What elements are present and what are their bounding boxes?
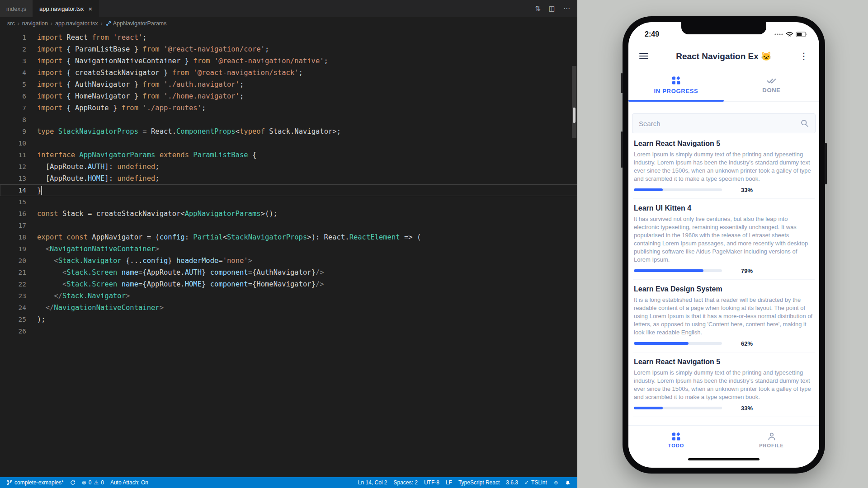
code-line[interactable]: 7import { AppRoute } from './app-routes'… xyxy=(0,102,577,114)
search-icon[interactable] xyxy=(801,119,809,127)
indentation-item[interactable]: Spaces: 2 xyxy=(391,479,421,486)
search-input[interactable] xyxy=(639,120,801,127)
breadcrumb-item[interactable]: src xyxy=(7,20,15,27)
progress-row: 79% xyxy=(634,267,814,274)
top-tab-bar: IN PROGRESS DONE xyxy=(628,69,819,102)
code-line[interactable]: 11interface AppNavigatorParams extends P… xyxy=(0,149,577,161)
status-bar: complete-exmaples* ⊗ 0 ⚠ 0 Auto Attach: … xyxy=(0,477,577,488)
error-icon: ⊗ xyxy=(82,480,86,485)
progress-percentage: 62% xyxy=(741,340,753,347)
more-actions-icon[interactable]: ⋯ xyxy=(563,5,570,13)
code-line[interactable]: 17 xyxy=(0,220,577,231)
person-icon xyxy=(767,432,776,441)
code-line[interactable]: 9type StackNavigatorProps = React.Compon… xyxy=(0,126,577,137)
ts-version-item[interactable]: 3.6.3 xyxy=(503,479,521,486)
nav-item-profile[interactable]: PROFILE xyxy=(724,426,819,454)
code-line[interactable]: 4import { createStackNavigator } from '@… xyxy=(0,67,577,79)
code-line[interactable]: 21 <Stack.Screen name={AppRoute.AUTH} co… xyxy=(0,267,577,278)
auto-attach-item[interactable]: Auto Attach: On xyxy=(107,477,151,488)
scrollbar-thumb[interactable] xyxy=(572,66,576,138)
eol-item[interactable]: LF xyxy=(443,479,455,486)
tab-index-js[interactable]: index.js xyxy=(0,0,33,17)
language-mode-item[interactable]: TypeScript React xyxy=(455,479,503,486)
code-line[interactable]: 14} xyxy=(0,184,577,196)
text-cursor xyxy=(41,186,42,195)
line-number: 12 xyxy=(0,161,26,173)
line-number: 2 xyxy=(0,43,26,55)
todo-list: Learn React Navigation 5Lorem Ipsum is s… xyxy=(628,133,819,425)
code-line[interactable]: 26 xyxy=(0,325,577,337)
code-line[interactable]: 24 </NavigationNativeContainer> xyxy=(0,302,577,314)
encoding-item[interactable]: UTF-8 xyxy=(421,479,443,486)
problems-item[interactable]: ⊗ 0 ⚠ 0 xyxy=(79,477,107,488)
kebab-menu-icon[interactable]: ⋮ xyxy=(797,51,810,61)
phone-mute-switch xyxy=(621,73,623,93)
code-line[interactable]: 3import { NavigationNativeContainer } fr… xyxy=(0,55,577,67)
todo-card[interactable]: Learn React Navigation 5Lorem Ipsum is s… xyxy=(633,352,815,417)
code-line[interactable]: 15 xyxy=(0,196,577,208)
open-changes-icon[interactable]: ⇅ xyxy=(535,5,541,13)
code-line[interactable]: 1import React from 'react'; xyxy=(0,32,577,43)
progress-percentage: 33% xyxy=(741,405,753,412)
code-line[interactable]: 13 [AppRoute.HOME]: undefined; xyxy=(0,173,577,184)
code-line[interactable]: 8 xyxy=(0,114,577,126)
grid-icon xyxy=(672,432,681,441)
todo-card[interactable]: Learn React Navigation 5Lorem Ipsum is s… xyxy=(633,134,815,199)
home-indicator-area xyxy=(628,454,819,468)
tab-in-progress[interactable]: IN PROGRESS xyxy=(628,69,724,101)
home-indicator[interactable] xyxy=(688,458,760,460)
todo-card[interactable]: Learn Eva Design SystemIt is a long esta… xyxy=(633,280,815,352)
line-number: 17 xyxy=(0,220,26,231)
code-editor[interactable]: 1import React from 'react';2import { Par… xyxy=(0,30,577,477)
symbol-interface-icon xyxy=(105,21,111,27)
breadcrumb-item[interactable]: navigation xyxy=(22,20,48,27)
close-icon[interactable]: × xyxy=(88,5,92,12)
notifications-item[interactable] xyxy=(562,480,574,486)
smiley-icon: ☺ xyxy=(553,480,559,485)
card-title: Learn UI Kitten 4 xyxy=(634,204,814,212)
todo-card[interactable]: Learn UI Kitten 4It has survived not onl… xyxy=(633,199,815,280)
code-line[interactable]: 18export const AppNavigator = (config: P… xyxy=(0,231,577,243)
tab-done[interactable]: DONE xyxy=(724,69,819,101)
code-line[interactable]: 16const Stack = createStackNavigator<App… xyxy=(0,208,577,220)
tslint-item[interactable]: ✓ TSLint xyxy=(521,479,550,486)
app-header: React Navigation Ex 🐱 ⋮ xyxy=(628,43,819,69)
hamburger-menu-icon[interactable] xyxy=(637,52,650,60)
feedback-item[interactable]: ☺ xyxy=(550,480,562,485)
code-line[interactable]: 10 xyxy=(0,137,577,149)
breadcrumb-item[interactable]: app.navigator.tsx xyxy=(55,20,98,27)
code-line[interactable]: 20 <Stack.Navigator {...config} headerMo… xyxy=(0,255,577,267)
scrollbar-marker xyxy=(573,108,576,123)
battery-icon xyxy=(796,32,807,37)
code-line[interactable]: 22 <Stack.Screen name={AppRoute.HOME} co… xyxy=(0,278,577,290)
breadcrumb[interactable]: src›navigation›app.navigator.tsx›AppNavi… xyxy=(0,17,577,30)
code-line[interactable]: 6import { HomeNavigator } from './home.n… xyxy=(0,90,577,102)
card-description: Lorem Ipsum is simply dummy text of the … xyxy=(634,150,814,183)
line-number: 24 xyxy=(0,302,26,314)
line-number: 13 xyxy=(0,173,26,184)
wifi-icon xyxy=(786,32,793,37)
line-number: 3 xyxy=(0,55,26,67)
breadcrumb-item[interactable]: AppNavigatorParams xyxy=(105,20,167,27)
split-editor-icon[interactable]: ◫ xyxy=(549,5,555,13)
code-line[interactable]: 23 </Stack.Navigator> xyxy=(0,290,577,302)
code-line[interactable]: 12 [AppRoute.AUTH]: undefined; xyxy=(0,161,577,173)
progress-bar xyxy=(634,188,722,191)
phone-notch xyxy=(681,22,766,34)
progress-bar xyxy=(634,407,722,409)
line-number: 6 xyxy=(0,90,26,102)
code-line[interactable]: 19 <NavigationNativeContainer> xyxy=(0,243,577,255)
line-number: 16 xyxy=(0,208,26,220)
git-branch-item[interactable]: complete-exmaples* xyxy=(4,477,67,488)
phone-volume-button xyxy=(621,131,623,168)
tab-app-navigator-tsx[interactable]: app.navigator.tsx × xyxy=(33,0,99,17)
code-line[interactable]: 5import { AuthNavigator } from './auth.n… xyxy=(0,79,577,90)
code-line[interactable]: 2import { ParamListBase } from '@react-n… xyxy=(0,43,577,55)
code-line[interactable]: 25); xyxy=(0,314,577,325)
breadcrumb-separator: › xyxy=(101,20,103,27)
sync-item[interactable] xyxy=(67,477,79,488)
editor-scrollbar[interactable] xyxy=(571,30,577,477)
grid-icon xyxy=(672,76,681,85)
nav-item-todo[interactable]: TODO xyxy=(628,426,724,454)
cursor-position-item[interactable]: Ln 14, Col 2 xyxy=(355,479,391,486)
